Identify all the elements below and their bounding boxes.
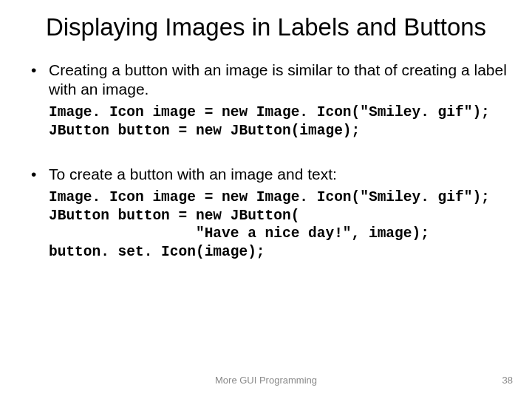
page-number: 38 bbox=[502, 375, 513, 386]
bullet-2: To create a button with an image and tex… bbox=[31, 165, 510, 184]
code-block-1: Image. Icon image = new Image. Icon("Smi… bbox=[22, 103, 510, 140]
code-block-2: Image. Icon image = new Image. Icon("Smi… bbox=[22, 188, 510, 261]
footer-text: More GUI Programming bbox=[0, 375, 532, 386]
slide-title: Displaying Images in Labels and Buttons bbox=[22, 13, 510, 41]
bullet-1: Creating a button with an image is simil… bbox=[31, 61, 510, 100]
